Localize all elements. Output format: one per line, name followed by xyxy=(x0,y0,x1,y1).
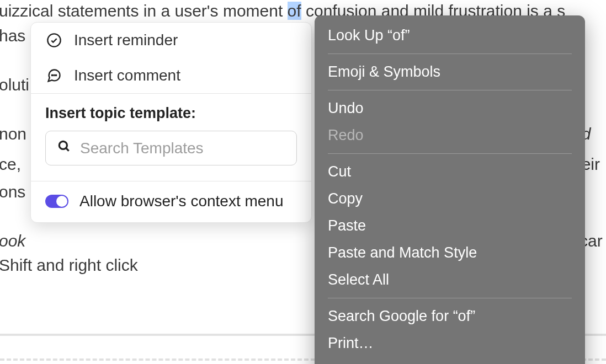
template-section: Insert topic template: xyxy=(31,94,311,181)
menu-item-search-google[interactable]: Search Google for “of” xyxy=(315,303,585,330)
divider xyxy=(328,153,572,154)
svg-point-0 xyxy=(47,34,60,46)
os-context-menu: Look Up “of” Emoji & Symbols Undo Redo C… xyxy=(315,15,585,364)
insert-reminder-item[interactable]: Insert reminder xyxy=(31,23,311,58)
insert-reminder-label: Insert reminder xyxy=(74,31,178,49)
menu-item-paste-match[interactable]: Paste and Match Style xyxy=(315,239,585,266)
svg-point-2 xyxy=(54,75,54,76)
divider xyxy=(328,298,572,298)
bg-text-line: Shift and right click xyxy=(0,255,138,275)
template-search-box[interactable] xyxy=(45,131,297,165)
insert-comment-item[interactable]: Insert comment xyxy=(31,58,311,93)
svg-line-5 xyxy=(66,148,68,151)
bg-text-line: oluti xyxy=(0,75,29,95)
comment-icon xyxy=(45,67,63,84)
menu-item-paste[interactable]: Paste xyxy=(315,212,585,239)
search-icon xyxy=(57,139,71,157)
divider xyxy=(328,90,572,90)
menu-item-redo: Redo xyxy=(315,122,585,149)
menu-item-cut[interactable]: Cut xyxy=(315,158,585,185)
menu-item-undo[interactable]: Undo xyxy=(315,95,585,122)
template-search-input[interactable] xyxy=(80,140,285,157)
menu-item-translate[interactable]: Translate Selection to English xyxy=(315,357,585,364)
bg-text-line: has xyxy=(0,26,25,46)
menu-item-select-all[interactable]: Select All xyxy=(315,266,585,293)
svg-point-3 xyxy=(56,75,56,76)
check-circle-icon xyxy=(45,31,63,49)
divider xyxy=(328,53,572,54)
bg-text-line: non xyxy=(0,124,26,144)
bg-text-line: ons xyxy=(0,182,25,202)
insert-comment-label: Insert comment xyxy=(74,67,180,84)
svg-point-1 xyxy=(52,75,52,76)
allow-context-menu-row[interactable]: Allow browser's context menu xyxy=(31,181,311,222)
bg-text-line: ook xyxy=(0,231,25,251)
template-heading: Insert topic template: xyxy=(45,105,297,122)
svg-point-4 xyxy=(59,141,67,149)
menu-item-copy[interactable]: Copy xyxy=(315,185,585,212)
menu-item-print[interactable]: Print… xyxy=(315,330,585,357)
menu-item-lookup[interactable]: Look Up “of” xyxy=(315,22,585,49)
bg-text-line: ce, xyxy=(0,154,21,174)
menu-item-emoji[interactable]: Emoji & Symbols xyxy=(315,58,585,85)
allow-context-menu-label: Allow browser's context menu xyxy=(79,192,284,210)
insert-popover: Insert reminder Insert comment Insert to… xyxy=(30,22,312,223)
allow-context-menu-toggle[interactable] xyxy=(45,195,68,208)
